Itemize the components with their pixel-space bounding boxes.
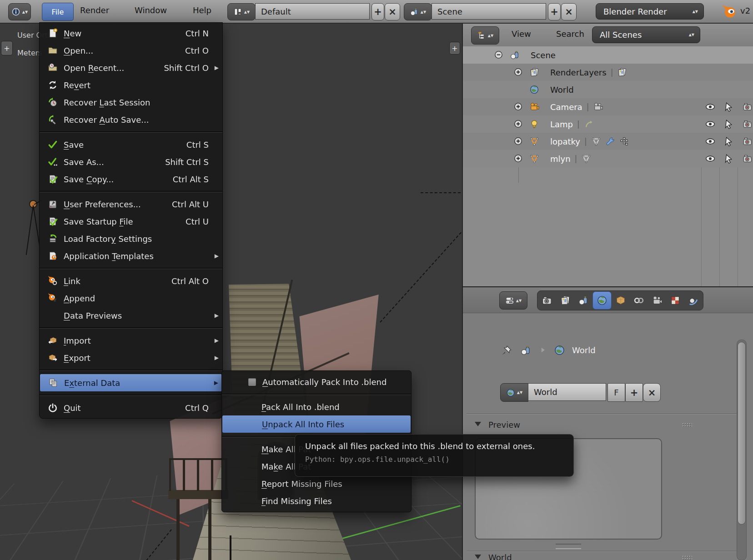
properties-tab-render[interactable] [538, 292, 556, 309]
outliner-row-label[interactable]: Scene [531, 50, 556, 60]
expand-minus-icon[interactable] [494, 50, 503, 59]
menu-item-new[interactable]: NewCtrl N [40, 25, 222, 42]
scrollbar-thumb[interactable] [738, 342, 746, 525]
outliner-filter-dropdown[interactable]: All Scenes ▲▼ [592, 26, 700, 43]
render-camera-icon[interactable] [742, 154, 753, 164]
submenu-item-report-missing-files[interactable]: Report Missing Files [222, 475, 411, 492]
properties-editor-selector[interactable]: ▲▼ [499, 291, 527, 310]
properties-tab-object[interactable] [612, 292, 630, 309]
menu-render[interactable]: Render [80, 5, 109, 15]
outliner-row-label[interactable]: Camera [550, 102, 582, 112]
outliner-row-lopatky[interactable]: lopatky| [463, 133, 753, 150]
outliner-row-label[interactable]: World [550, 85, 574, 95]
properties-tab-physics[interactable] [684, 292, 703, 309]
menu-item-revert[interactable]: Revert [40, 76, 222, 94]
world-browse-button[interactable]: ▲▼ [500, 383, 528, 402]
outliner-row-label[interactable]: lopatky [550, 137, 580, 146]
close-scene-button[interactable]: × [561, 3, 577, 20]
menu-item-open-recent[interactable]: Open Recent...Shift Ctrl O▶ [40, 59, 222, 76]
world-panel-title[interactable]: World [488, 553, 512, 560]
menu-item-recover-auto-save[interactable]: Recover Auto Save... [40, 111, 222, 128]
eye-icon[interactable] [705, 119, 716, 129]
submenu-item-find-missing-files[interactable]: Find Missing Files [222, 492, 411, 510]
menu-item-save-startup-file[interactable]: Save Startup FileCtrl U [40, 213, 222, 230]
cursor-select-icon[interactable] [723, 119, 734, 129]
toolshelf-toggle-button[interactable]: + [1, 41, 13, 55]
properties-tab-object-data[interactable] [648, 292, 666, 309]
properties-tab-constraints[interactable] [630, 292, 648, 309]
outliner-row-mlyn[interactable]: mlyn| [463, 150, 753, 167]
cursor-select-icon[interactable] [723, 136, 734, 146]
menu-item-save[interactable]: SaveCtrl S [40, 136, 222, 153]
properties-tab-scene[interactable] [574, 292, 592, 309]
menu-item-load-factory-settings[interactable]: Load Factory Settings [40, 230, 222, 247]
outliner-view-menu[interactable]: View [512, 29, 531, 39]
eye-icon[interactable] [705, 154, 716, 164]
render-camera-icon[interactable] [742, 119, 753, 129]
preview-panel-grip[interactable] [682, 423, 692, 427]
submenu-item-pack-all-into-blend[interactable]: Pack All Into .blend [222, 398, 411, 415]
fake-user-button[interactable]: F [607, 383, 625, 402]
menu-window[interactable]: Window [135, 5, 167, 15]
render-engine-dropdown[interactable]: Blender Render ▲▼ [596, 3, 704, 20]
scene-name-field[interactable]: Scene [432, 3, 546, 20]
menu-item-link[interactable]: LinkCtrl Alt O [40, 272, 222, 290]
expand-plus-icon[interactable] [514, 120, 522, 128]
preview-panel-title[interactable]: Preview [488, 420, 520, 430]
outliner-row-label[interactable]: mlyn [550, 154, 571, 164]
world-name-field[interactable]: World [528, 383, 606, 401]
expand-plus-icon[interactable] [514, 102, 522, 111]
preview-resize-grip[interactable] [556, 544, 581, 549]
preview-collapse-icon[interactable] [475, 422, 481, 426]
scene-selector[interactable]: ▲▼ [404, 3, 432, 20]
properties-region-toggle-button[interactable]: + [449, 42, 460, 55]
unlink-world-button[interactable]: × [643, 383, 661, 402]
outliner-row-camera[interactable]: Camera| [463, 98, 753, 115]
eye-icon[interactable] [705, 136, 716, 146]
cursor-select-icon[interactable] [723, 154, 734, 164]
menu-item-append[interactable]: Append [40, 290, 222, 307]
properties-tab-render-layers[interactable] [556, 292, 574, 309]
screen-layout-name-field[interactable]: Default [255, 3, 370, 20]
menu-file[interactable]: File [42, 3, 74, 21]
menu-help[interactable]: Help [193, 5, 211, 15]
menu-item-export[interactable]: Export▶ [40, 349, 222, 366]
menu-item-import[interactable]: Import▶ [40, 332, 222, 349]
close-layout-button[interactable]: × [385, 3, 400, 20]
menu-item-application-templates[interactable]: Application Templates▶ [40, 247, 222, 265]
menu-item-data-previews[interactable]: Data Previews▶ [40, 307, 222, 324]
menu-item-user-preferences[interactable]: User Preferences...Ctrl Alt U [40, 195, 222, 213]
world-collapse-icon[interactable] [475, 555, 481, 559]
outliner-editor-selector[interactable]: ▲▼ [471, 26, 499, 45]
outliner-row-scene[interactable]: Scene [463, 46, 753, 64]
add-layout-button[interactable]: + [371, 3, 384, 20]
checkbox-unchecked[interactable] [248, 378, 256, 386]
outliner-row-label[interactable]: Lamp [550, 120, 573, 129]
properties-tab-world[interactable] [592, 291, 612, 310]
properties-tab-texture[interactable] [666, 292, 684, 309]
outliner-search-menu[interactable]: Search [556, 29, 584, 39]
submenu-item-unpack-all-into-files[interactable]: Unpack All Into Files [222, 415, 411, 433]
menu-item-save-copy[interactable]: Save Copy...Ctrl Alt S [40, 170, 222, 188]
world-panel-grip[interactable] [682, 555, 692, 560]
render-camera-icon[interactable] [742, 102, 753, 112]
submenu-item-automatically-pack-into-blend[interactable]: Automatically Pack Into .blend [222, 373, 411, 390]
properties-scrollbar[interactable] [737, 340, 747, 560]
outliner-row-renderlayers[interactable]: RenderLayers| [463, 64, 753, 81]
eye-icon[interactable] [705, 102, 716, 112]
pin-icon[interactable] [501, 345, 512, 356]
menu-item-save-as[interactable]: Save As...Shift Ctrl S [40, 153, 222, 170]
expand-plus-icon[interactable] [514, 154, 522, 163]
editor-type-selector[interactable]: ▲▼ [8, 3, 31, 20]
outliner-row-label[interactable]: RenderLayers [550, 68, 607, 77]
render-camera-icon[interactable] [742, 136, 753, 146]
menu-item-recover-last-session[interactable]: Recover Last Session [40, 94, 222, 111]
screen-layout-selector[interactable]: ▲▼ [227, 3, 256, 20]
menu-item-open[interactable]: Open...Ctrl O [40, 42, 222, 59]
menu-item-external-data[interactable]: External Data▶ [40, 374, 222, 391]
cursor-select-icon[interactable] [723, 102, 734, 112]
outliner-row-lamp[interactable]: Lamp| [463, 115, 753, 133]
menu-item-quit[interactable]: QuitCtrl Q [40, 399, 222, 416]
add-scene-button[interactable]: + [548, 3, 561, 20]
outliner-row-world[interactable]: World [463, 81, 753, 98]
